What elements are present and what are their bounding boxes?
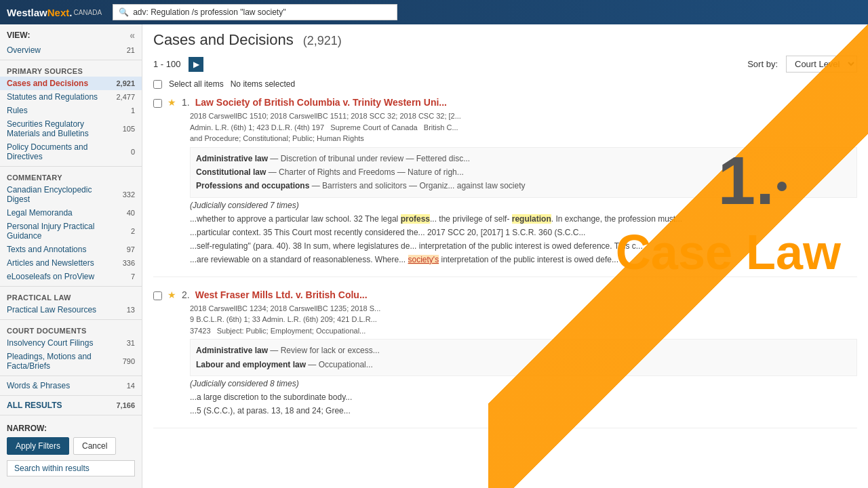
practical-resources-label: Practical Law Resources [7,305,96,314]
search-bar[interactable]: 🔍 [113,4,397,20]
sidebar-item-personal-injury[interactable]: Personal Injury Practical Guidance 2 [0,220,142,243]
sidebar-item-words[interactable]: Words & Phrases 14 [0,379,142,392]
sidebar-item-policy[interactable]: Policy Documents and Directives 0 [0,140,142,163]
result-2-number: 2. [182,289,190,300]
securities-count: 105 [123,125,135,133]
insolvency-label: Insolvency Court Filings [7,338,93,348]
logo: WestlawNext. CANADA [7,7,102,18]
statutes-label: Statutes and Regulations [7,92,98,102]
divider-primary [0,60,142,60]
sidebar-item-legal-memo[interactable]: Legal Memoranda 40 [0,206,142,220]
search-input[interactable] [133,7,391,17]
sidebar-item-overview[interactable]: Overview 21 [0,43,142,57]
all-results-count: 7,166 [116,401,135,409]
sidebar-item-practical-resources[interactable]: Practical Law Resources 13 [0,303,142,317]
narrow-section: NARROW: Apply Filters Cancel Search with… [0,418,142,482]
securities-label: Securities Regulatory Materials and Bull… [7,119,102,138]
result-1-star[interactable]: ★ [167,97,176,108]
words-label: Words & Phrases [7,381,70,390]
words-count: 14 [127,382,135,390]
sidebar-item-texts[interactable]: Texts and Annotations 97 [0,243,142,256]
sidebar: VIEW: « Overview 21 PRIMARY SOURCES Case… [0,24,142,488]
sidebar-view-header: VIEW: « [0,24,142,43]
result-2-header: ★ 2. West Fraser Mills Ltd. v. British C… [153,289,857,300]
overview-count: 21 [127,46,135,54]
all-results-label: ALL RESULTS [7,401,62,410]
ced-label: Canadian Encyclopedic Digest [7,185,102,204]
divider-all [0,395,142,396]
personal-injury-label: Personal Injury Practical Guidance [7,222,102,241]
ced-count: 332 [123,190,135,199]
sidebar-item-all-results[interactable]: ALL RESULTS 7,166 [0,399,142,412]
next-page-button[interactable]: ▶ [189,57,203,72]
cases-count: 2,921 [116,79,135,87]
result-1-snippet-4: ...are reviewable on a standard of reaso… [190,253,857,266]
result-item-1: ★ 1. Law Society of British Columbia v. … [153,97,857,277]
result-2-subjects: Administrative law — Review for lack or … [190,339,857,376]
primary-sources-label: PRIMARY SOURCES [0,63,142,77]
sort-select[interactable]: Court Level Date Relevance [786,56,857,73]
result-2-snippet-1: ...a large discretion to the subordinate… [190,391,857,403]
divider-commentary [0,166,142,167]
search-icon: 🔍 [119,7,129,17]
result-2-star[interactable]: ★ [167,289,176,300]
collapse-button[interactable]: « [130,30,135,41]
sidebar-item-cases[interactable]: Cases and Decisions 2,921 [0,77,142,90]
result-item-2: ★ 2. West Fraser Mills Ltd. v. British C… [153,289,857,428]
result-1-checkbox[interactable] [153,99,162,108]
logo-canada: CANADA [73,9,102,16]
result-1-title[interactable]: Law Society of British Columbia v. Trini… [195,97,447,108]
practical-resources-count: 13 [127,306,135,314]
cases-label: Cases and Decisions [7,79,88,88]
narrow-label: NARROW: [7,424,135,433]
search-within-button[interactable]: Search within results [7,460,135,476]
select-all-label: Select all items [169,79,224,89]
cancel-button[interactable]: Cancel [73,437,116,455]
insolvency-count: 31 [127,339,135,347]
articles-label: Articles and Newsletters [7,258,94,268]
practical-law-label: PRACTICAL LAW [0,289,142,303]
result-2-title[interactable]: West Fraser Mills Ltd. v. British Colu..… [195,289,368,300]
divider-narrow [0,415,142,415]
select-all-checkbox[interactable] [153,80,162,89]
sidebar-item-securities[interactable]: Securities Regulatory Materials and Bull… [0,117,142,140]
articles-count: 336 [123,259,135,267]
statutes-count: 2,477 [116,93,135,101]
app-header: WestlawNext. CANADA 🔍 [0,0,868,24]
pleadings-count: 790 [123,357,135,365]
result-2-meta: 2018 CarswellBC 1234; 2018 CarswellBC 12… [190,303,857,337]
range-text: 1 - 100 [153,59,180,69]
result-1-snippet-1: ...whether to approve a particular law s… [190,213,857,225]
texts-label: Texts and Annotations [7,245,86,254]
result-1-judicially: (Judicially considered 7 times) [190,201,857,210]
rules-label: Rules [7,106,28,115]
logo-next-dot: . [69,7,72,18]
apply-filters-button[interactable]: Apply Filters [7,437,69,455]
overview-label: Overview [7,45,41,55]
result-1-meta: 2018 CarswellBC 1510; 2018 CarswellBC 15… [190,110,857,144]
sidebar-item-ced[interactable]: Canadian Encyclopedic Digest 332 [0,183,142,206]
narrow-buttons: Apply Filters Cancel [7,437,135,455]
result-1-number: 1. [182,97,190,108]
policy-count: 0 [131,148,135,156]
elooseleafs-label: eLooseleafs on ProView [7,272,94,281]
sidebar-item-pleadings[interactable]: Pleadings, Motions and Facta/Briefs 790 [0,350,142,373]
sidebar-item-statutes[interactable]: Statutes and Regulations 2,477 [0,90,142,104]
sidebar-item-articles[interactable]: Articles and Newsletters 336 [0,256,142,270]
result-1-snippet-2: ...particular context. 35 This Court mos… [190,226,857,239]
commentary-label: COMMENTARY [0,169,142,183]
result-2-checkbox[interactable] [153,291,162,300]
court-docs-label: COURT DOCUMENTS [0,323,142,336]
select-bar: Select all items No items selected [153,79,857,89]
elooseleafs-count: 7 [131,272,135,281]
sidebar-item-insolvency[interactable]: Insolvency Court Filings 31 [0,336,142,350]
sidebar-item-rules[interactable]: Rules 1 [0,104,142,117]
result-1-header: ★ 1. Law Society of British Columbia v. … [153,97,857,108]
policy-label: Policy Documents and Directives [7,142,102,161]
logo-westlaw: Westlaw [7,7,47,18]
rules-count: 1 [131,106,135,115]
divider-words [0,375,142,376]
sidebar-item-elooseleafs[interactable]: eLooseleafs on ProView 7 [0,270,142,283]
main-content: Cases and Decisions (2,921) 1 - 100 ▶ So… [142,24,868,488]
sort-label: Sort by: [747,59,778,69]
